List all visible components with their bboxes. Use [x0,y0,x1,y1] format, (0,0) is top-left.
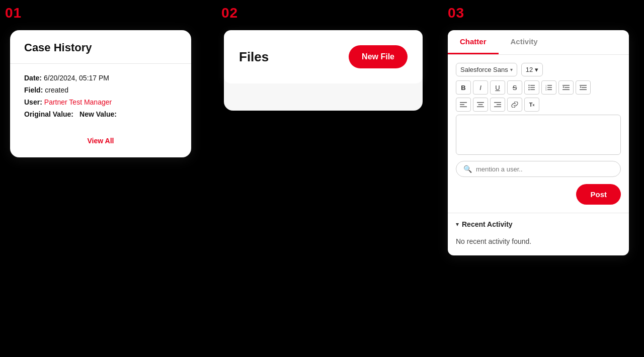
svg-rect-7 [547,87,552,88]
field-value: created [45,86,68,94]
svg-rect-25 [477,107,484,108]
svg-rect-26 [494,102,501,103]
section-number-01: 01 [5,5,22,21]
unordered-list-button[interactable] [524,80,539,95]
toolbar-align-row: Tx [456,98,621,112]
user-label: User: [24,98,42,106]
section-02: 02 Files New File [216,0,433,216]
svg-rect-8 [547,90,552,91]
svg-rect-24 [478,104,483,105]
tab-activity[interactable]: Activity [499,30,550,54]
date-value: 6/20/2024, 05:17 PM [44,74,109,82]
svg-rect-28 [494,107,501,108]
svg-rect-27 [497,104,501,105]
svg-marker-19 [580,86,582,88]
svg-point-4 [528,87,529,88]
search-icon: 🔍 [463,165,472,173]
font-size-select[interactable]: 12 ▾ [521,63,543,76]
tab-chatter[interactable]: Chatter [448,30,499,54]
font-family-chevron: ▾ [510,67,513,72]
svg-rect-6 [547,85,552,86]
svg-rect-18 [580,90,587,91]
font-size-label: 12 [526,66,533,73]
svg-rect-1 [530,87,535,88]
indent-increase-button[interactable] [576,80,591,95]
svg-rect-14 [562,90,570,91]
svg-rect-22 [460,107,467,108]
case-history-title: Case History [24,41,177,54]
toolbar-format-row: B I U S 1.2.3. [456,80,621,95]
svg-rect-20 [460,102,467,103]
case-row-original: Original Value: New Value: [24,110,177,118]
user-value: Partner Test Manager [44,98,112,106]
svg-text:3.: 3. [545,88,547,91]
section-number-03: 03 [448,5,464,21]
clear-format-button[interactable]: Tx [524,98,539,112]
font-family-select[interactable]: Salesforce Sans ▾ [456,63,517,76]
chatter-text-area[interactable] [456,115,621,155]
strikethrough-button[interactable]: S [507,80,522,95]
files-title: Files [239,49,269,65]
svg-rect-12 [562,85,570,86]
case-row-user: User: Partner Test Manager [24,98,177,106]
case-history-header: Case History [10,30,191,64]
align-center-button[interactable] [473,98,488,112]
chevron-down-icon: ▾ [456,221,459,228]
case-history-body: Date: 6/20/2024, 05:17 PM Field: created… [10,64,191,127]
post-button[interactable]: Post [576,184,621,205]
svg-rect-23 [477,102,484,103]
view-all-link[interactable]: View All [88,137,114,145]
toolbar-font-row: Salesforce Sans ▾ 12 ▾ [456,63,621,76]
svg-rect-2 [530,90,535,91]
bold-button[interactable]: B [456,80,471,95]
section-03: 03 Chatter Activity Salesforce Sans ▾ 12… [443,0,644,357]
font-family-label: Salesforce Sans [460,66,508,73]
recent-activity-row[interactable]: ▾ Recent Activity [448,213,629,231]
mention-row: 🔍 [456,161,621,177]
align-left-button[interactable] [456,98,471,112]
date-label: Date: [24,74,42,82]
ordered-list-button[interactable]: 1.2.3. [541,80,556,95]
italic-button[interactable]: I [473,80,488,95]
chatter-card: Chatter Activity Salesforce Sans ▾ 12 ▾ … [448,30,629,255]
case-row-field: Field: created [24,86,177,94]
font-size-chevron: ▾ [535,66,538,73]
case-row-date: Date: 6/20/2024, 05:17 PM [24,74,177,82]
field-label: Field: [24,86,43,94]
case-history-footer: View All [10,127,191,157]
original-label: Original Value: [24,110,73,118]
align-right-button[interactable] [490,98,505,112]
svg-point-3 [528,85,529,86]
mention-input[interactable] [476,165,613,173]
post-row: Post [456,184,621,205]
svg-marker-15 [562,86,564,88]
files-card: Files New File [224,30,423,83]
no-activity-text: No recent activity found. [448,231,629,255]
tabs-row: Chatter Activity [448,30,629,55]
svg-rect-21 [460,104,464,105]
case-history-card: Case History Date: 6/20/2024, 05:17 PM F… [10,30,191,157]
underline-button[interactable]: U [490,80,505,95]
svg-rect-17 [582,87,587,88]
svg-rect-0 [530,85,535,86]
new-file-button[interactable]: New File [349,45,408,68]
chatter-body: Salesforce Sans ▾ 12 ▾ B I U S 1.2.3. [448,55,629,213]
svg-rect-13 [565,87,570,88]
section-01: 01 Case History Date: 6/20/2024, 05:17 P… [0,0,201,216]
svg-rect-16 [580,85,587,86]
indent-decrease-button[interactable] [558,80,574,95]
svg-point-5 [528,89,529,90]
section-number-02: 02 [221,5,238,21]
new-value-label: New Value: [79,110,117,118]
link-button[interactable] [507,98,522,112]
recent-activity-label: Recent Activity [462,220,513,228]
